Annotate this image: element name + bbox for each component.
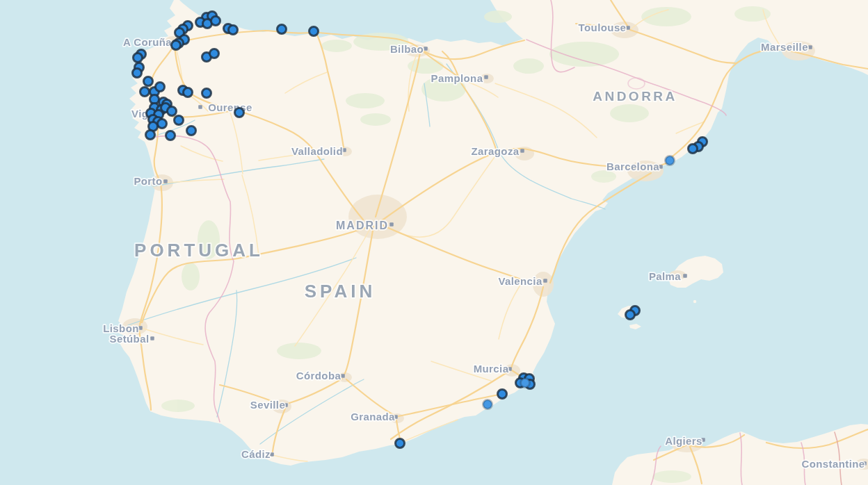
country-label-andorra: ANDORRA xyxy=(593,89,677,104)
city-label-valencia: Valencia xyxy=(498,275,542,287)
map-marker[interactable] xyxy=(184,88,193,97)
city-label-a-coruna: A Coruña xyxy=(123,36,172,48)
country-label-portugal: PORTUGAL xyxy=(134,240,264,261)
city-square-cordoba xyxy=(341,374,345,378)
map-marker[interactable] xyxy=(140,88,150,97)
map-marker[interactable] xyxy=(133,69,142,78)
map-marker[interactable] xyxy=(278,25,287,34)
city-square-valladolid xyxy=(342,148,346,152)
city-label-toulouse: Toulouse xyxy=(579,22,627,33)
city-label-pamplona: Pamplona xyxy=(431,72,483,84)
city-label-zaragoza: Zaragoza xyxy=(471,145,519,157)
map-marker[interactable] xyxy=(202,89,211,98)
map-marker-light[interactable] xyxy=(483,400,492,409)
map-marker[interactable] xyxy=(166,131,175,140)
city-label-algiers: Algiers xyxy=(665,435,702,447)
map-marker[interactable] xyxy=(210,49,219,58)
map-marker[interactable] xyxy=(158,120,167,129)
city-label-cordoba: Córdoba xyxy=(296,370,341,381)
city-label-palma: Palma xyxy=(649,270,681,282)
city-square-lisbon xyxy=(138,326,143,330)
map-marker[interactable] xyxy=(689,145,698,154)
city-square-marseille xyxy=(808,45,812,49)
city-label-murcia: Murcia xyxy=(474,363,509,375)
map-marker[interactable] xyxy=(229,26,238,35)
city-square-ourense xyxy=(198,105,202,109)
city-square-palma xyxy=(683,274,687,278)
city-label-constantine: Constantine xyxy=(801,458,865,470)
city-label-barcelona: Barcelona xyxy=(606,161,659,172)
city-label-valladolid: Valladolid xyxy=(291,145,343,157)
map-marker[interactable] xyxy=(175,116,184,125)
map-canvas[interactable]: A CoruñaVigoOurensePortoLisbonSetúbalVal… xyxy=(0,0,868,485)
map-marker[interactable] xyxy=(172,41,181,50)
city-label-seville: Seville xyxy=(250,399,285,411)
city-label-cadiz: Cádiz xyxy=(241,448,271,460)
map-marker[interactable] xyxy=(235,108,244,117)
city-label-granada: Granada xyxy=(351,411,395,422)
city-square-toulouse xyxy=(626,26,630,30)
city-label-porto: Porto xyxy=(134,175,162,187)
island-cabrera xyxy=(693,300,696,303)
city-label-madrid: MADRID xyxy=(336,220,389,231)
map-marker[interactable] xyxy=(134,54,143,63)
city-label-ourense: Ourense xyxy=(208,101,252,113)
map-marker[interactable] xyxy=(187,126,196,135)
map-marker[interactable] xyxy=(310,27,319,36)
city-label-setubal: Setúbal xyxy=(110,333,150,345)
city-square-bilbao xyxy=(424,47,428,51)
city-square-valencia xyxy=(543,279,547,283)
map-marker[interactable] xyxy=(396,439,405,448)
city-square-pamplona xyxy=(484,75,488,79)
map-marker[interactable] xyxy=(498,390,507,399)
map-marker[interactable] xyxy=(211,17,220,26)
map-marker-light[interactable] xyxy=(521,379,530,388)
map-marker[interactable] xyxy=(156,83,165,92)
map-marker[interactable] xyxy=(144,77,153,86)
city-square-cadiz xyxy=(270,452,274,457)
country-label-spain: SPAIN xyxy=(305,281,376,302)
city-square-setubal xyxy=(150,336,154,340)
city-square-zaragoza xyxy=(520,149,524,153)
city-square-porto xyxy=(163,179,168,183)
map-viewport: A CoruñaVigoOurensePortoLisbonSetúbalVal… xyxy=(0,0,868,485)
city-label-marseille: Marseille xyxy=(761,41,808,53)
map-marker[interactable] xyxy=(168,107,177,116)
city-label-bilbao: Bilbao xyxy=(390,43,424,55)
map-marker-light[interactable] xyxy=(666,156,675,165)
city-square-madrid xyxy=(389,222,394,227)
map-marker[interactable] xyxy=(146,131,155,140)
map-marker[interactable] xyxy=(626,311,635,320)
